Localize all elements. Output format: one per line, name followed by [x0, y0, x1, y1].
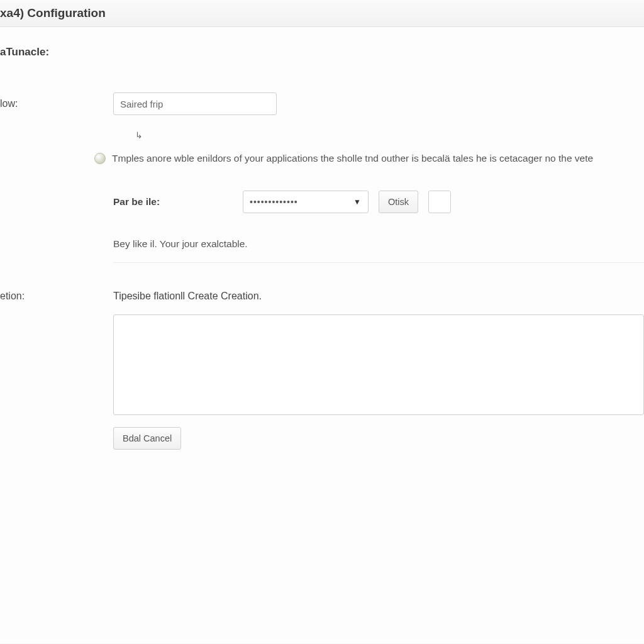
divider	[113, 262, 644, 263]
section-header: aTunacle:	[0, 46, 113, 58]
par-be-dropdown[interactable]: ••••••••••••• ▼	[243, 191, 369, 213]
window-title: xa4) Configuration	[0, 6, 106, 19]
creation-textarea[interactable]	[113, 314, 644, 415]
dropdown-value: •••••••••••••	[250, 197, 298, 207]
field-label-par-be: Par be ile:	[113, 196, 233, 208]
sub-description: Bey like il. Your jour exalctable.	[113, 238, 644, 250]
otisk-button[interactable]: Otisk	[379, 191, 418, 213]
cursor-icon: ↳	[135, 130, 644, 140]
field-label-etion: etion:	[0, 291, 113, 302]
aux-box[interactable]	[428, 191, 451, 213]
info-icon	[94, 153, 106, 164]
cancel-button[interactable]: Bdal Cancel	[113, 427, 181, 450]
chevron-down-icon: ▼	[353, 197, 362, 206]
info-text: Tmples anore wble enildors of your appli…	[112, 152, 593, 165]
field-label-low: low:	[0, 98, 113, 109]
config-form: aTunacle: low: ↳ Tmples anore wble enild…	[0, 27, 644, 643]
creation-heading: Tipesibe flationll Create Creation.	[113, 291, 644, 302]
window-title-bar: xa4) Configuration	[0, 0, 644, 27]
low-input[interactable]	[113, 92, 277, 115]
